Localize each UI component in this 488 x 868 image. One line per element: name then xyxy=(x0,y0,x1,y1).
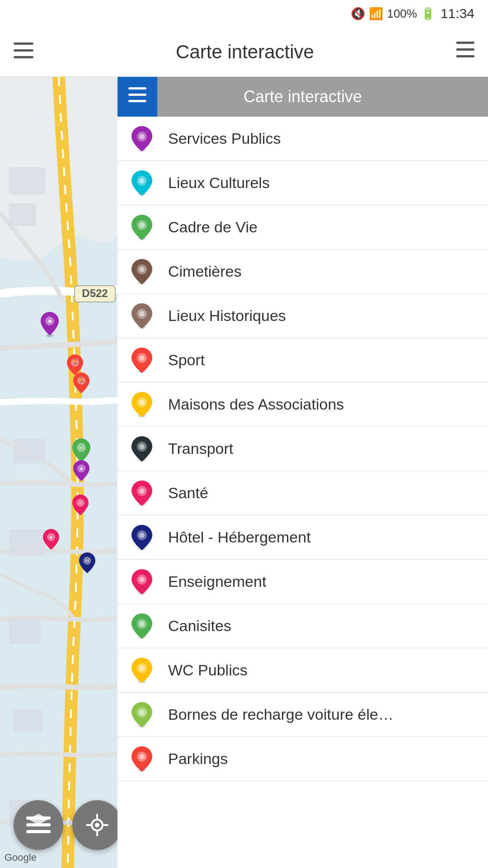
svg-rect-48 xyxy=(128,100,146,102)
transport-label: Transport xyxy=(168,440,233,458)
svg-point-60 xyxy=(139,267,145,272)
svg-rect-15 xyxy=(14,710,43,732)
svg-rect-6 xyxy=(456,42,460,44)
drawer-title: Carte interactive xyxy=(157,87,488,106)
svg-point-78 xyxy=(139,533,145,538)
svg-marker-39 xyxy=(28,814,49,825)
battery-icon: 🔋 xyxy=(421,7,435,21)
maisons-associations-label: Maisons des Associations xyxy=(168,396,344,413)
drawer-item-lieux-culturels[interactable]: Lieux Culturels xyxy=(117,161,488,205)
drawer-item-wc-publics[interactable]: WC Publics xyxy=(117,648,488,693)
svg-rect-11 xyxy=(9,203,36,226)
svg-text:🏃: 🏃 xyxy=(71,359,79,366)
location-button[interactable] xyxy=(72,800,122,850)
parkings-icon xyxy=(128,745,155,773)
svg-point-57 xyxy=(139,222,145,228)
canisites-label: Canisites xyxy=(168,617,231,635)
services-publics-label: Services Publics xyxy=(168,130,281,147)
svg-point-81 xyxy=(139,577,145,582)
svg-rect-14 xyxy=(9,619,41,644)
lieux-historiques-label: Lieux Historiques xyxy=(168,307,286,325)
cimetieres-label: Cimetières xyxy=(168,263,241,280)
svg-point-66 xyxy=(139,355,145,361)
svg-rect-38 xyxy=(26,830,51,833)
svg-rect-10 xyxy=(9,167,45,194)
battery-label: 100% xyxy=(387,7,417,21)
svg-point-75 xyxy=(139,488,145,494)
svg-point-63 xyxy=(139,311,145,316)
lieux-culturels-icon xyxy=(128,170,155,197)
enseignement-label: Enseignement xyxy=(168,573,266,590)
drawer-item-maisons-associations[interactable]: Maisons des Associations xyxy=(117,382,488,427)
drawer-item-lieux-historiques[interactable]: Lieux Historiques xyxy=(117,294,488,338)
svg-rect-7 xyxy=(456,48,460,51)
svg-rect-0 xyxy=(14,42,33,45)
svg-point-87 xyxy=(139,665,145,671)
bornes-recharge-icon xyxy=(128,701,155,728)
parkings-label: Parkings xyxy=(168,750,228,768)
drawer-item-cadre-de-vie[interactable]: Cadre de Vie xyxy=(117,205,488,250)
side-drawer: Carte interactive Services Publics Lieux… xyxy=(117,77,488,868)
page-title: Carte interactive xyxy=(176,41,314,63)
wifi-icon: 📶 xyxy=(369,7,383,21)
app-header: Carte interactive xyxy=(0,27,488,77)
drawer-item-transport[interactable]: Transport xyxy=(117,427,488,471)
layers-button[interactable] xyxy=(14,800,63,850)
hotel-hebergement-label: Hôtel - Hébergement xyxy=(168,528,311,546)
svg-point-45 xyxy=(95,823,99,827)
drawer-item-bornes-recharge[interactable]: Bornes de recharge voiture éle… xyxy=(117,693,488,737)
svg-text:●: ● xyxy=(50,534,53,540)
drawer-item-sante[interactable]: Santé xyxy=(117,471,488,515)
svg-text:+: + xyxy=(79,500,82,505)
svg-point-51 xyxy=(139,134,145,139)
svg-text:↔: ↔ xyxy=(78,444,84,451)
drawer-item-sport[interactable]: Sport xyxy=(117,338,488,382)
bornes-recharge-label: Bornes de recharge voiture éle… xyxy=(168,706,394,723)
hamburger-menu-icon[interactable] xyxy=(14,42,33,61)
svg-point-54 xyxy=(139,178,145,184)
transport-icon xyxy=(128,435,155,462)
svg-text:★: ★ xyxy=(47,317,53,325)
svg-rect-2 xyxy=(14,56,33,58)
svg-text:D522: D522 xyxy=(82,287,108,299)
svg-point-72 xyxy=(139,444,145,449)
svg-point-90 xyxy=(139,710,145,715)
drawer-menu-button[interactable] xyxy=(117,77,157,117)
drawer-header: Carte interactive xyxy=(117,77,488,117)
svg-rect-13 xyxy=(9,529,45,556)
svg-rect-47 xyxy=(128,94,146,96)
drawer-item-cimetieres[interactable]: Cimetières xyxy=(117,250,488,294)
list-icon[interactable] xyxy=(456,42,474,62)
google-label: Google xyxy=(5,852,37,863)
svg-rect-46 xyxy=(128,87,146,90)
svg-rect-1 xyxy=(14,49,33,52)
wc-publics-label: WC Publics xyxy=(168,661,248,679)
hotel-hebergement-icon xyxy=(128,524,155,551)
sport-icon xyxy=(128,347,155,374)
drawer-item-hotel-hebergement[interactable]: Hôtel - Hébergement xyxy=(117,515,488,560)
drawer-item-services-publics[interactable]: Services Publics xyxy=(117,117,488,161)
main-container: D522 ★ 🏃 🏃 xyxy=(0,77,488,868)
enseignement-icon xyxy=(128,568,155,595)
wc-publics-icon xyxy=(128,657,155,684)
services-publics-icon xyxy=(128,125,155,152)
svg-point-69 xyxy=(139,400,145,405)
lieux-culturels-label: Lieux Culturels xyxy=(168,174,270,192)
drawer-item-parkings[interactable]: Parkings xyxy=(117,737,488,781)
cadre-de-vie-label: Cadre de Vie xyxy=(168,218,258,236)
maisons-associations-icon xyxy=(128,391,155,418)
status-bar: 🔇 📶 100% 🔋 11:34 xyxy=(0,0,488,27)
svg-text:🏃: 🏃 xyxy=(78,377,85,384)
canisites-icon xyxy=(128,613,155,640)
map-controls xyxy=(14,800,122,850)
svg-rect-12 xyxy=(14,439,45,463)
cadre-de-vie-icon xyxy=(128,214,155,241)
svg-text:●: ● xyxy=(80,466,83,471)
drawer-item-enseignement[interactable]: Enseignement xyxy=(117,560,488,604)
status-time: 11:34 xyxy=(441,6,474,21)
drawer-item-canisites[interactable]: Canisites xyxy=(117,604,488,648)
lieux-historiques-icon xyxy=(128,302,155,330)
sport-label: Sport xyxy=(168,351,205,369)
status-icons: 🔇 📶 100% 🔋 xyxy=(351,7,435,21)
drawer-list: Services Publics Lieux Culturels Cadre d… xyxy=(117,117,488,868)
